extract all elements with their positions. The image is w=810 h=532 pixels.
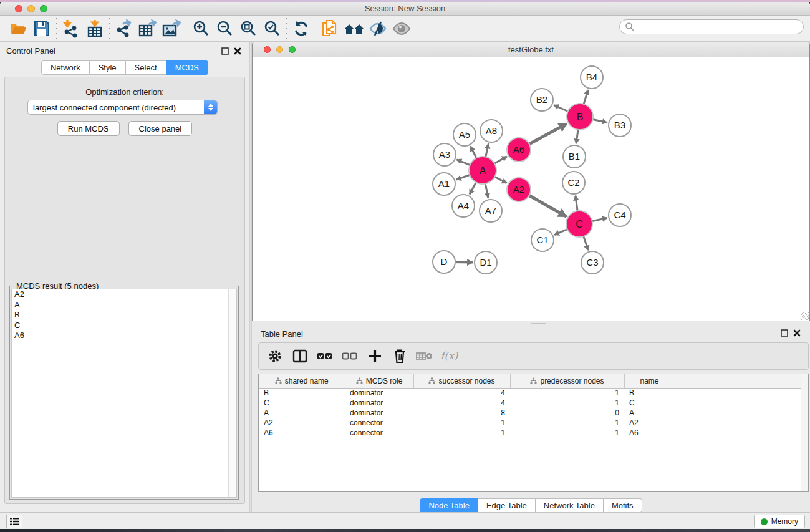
node-label-C4: C4 (614, 210, 625, 220)
search-input[interactable] (619, 19, 804, 34)
table-panel: Table Panel (252, 326, 810, 512)
export-table-icon[interactable] (136, 17, 160, 40)
tab-node-table[interactable]: Node Table (420, 498, 478, 513)
mcds-result-item[interactable]: A (12, 300, 236, 311)
mcds-result-item[interactable]: A6 (12, 331, 236, 341)
home-icon[interactable] (342, 17, 366, 40)
save-icon[interactable] (30, 17, 54, 40)
node-label-A6: A6 (513, 144, 524, 155)
minimize-window-button[interactable] (27, 5, 35, 12)
table-scrollbar[interactable] (801, 374, 808, 491)
criterion-select[interactable]: largest connected component (directed) (27, 100, 218, 115)
import-network-icon[interactable] (59, 17, 83, 40)
node-table[interactable]: shared nameMCDS rolesuccessor nodesprede… (258, 374, 809, 492)
close-window-button[interactable] (15, 5, 22, 12)
toggle-graphics-details-icon[interactable] (366, 17, 390, 40)
network-canvas[interactable]: AA1A3A5A8A4A7A6A2BB2B4B3B1CC2C4C1C3DD1 (253, 57, 809, 321)
birds-eye-view-icon[interactable] (390, 17, 413, 40)
network-graph[interactable]: AA1A3A5A8A4A7A6A2BB2B4B3B1CC2C4C1C3DD1 (253, 57, 809, 321)
float-panel-icon[interactable] (221, 47, 229, 56)
function-builder-icon[interactable]: f(x) (438, 345, 461, 367)
deselect-all-icon[interactable] (339, 345, 361, 367)
table-row[interactable]: Bdominator41B (259, 388, 808, 398)
tab-network[interactable]: Network (41, 60, 90, 75)
search-icon (625, 22, 635, 32)
float-table-panel-icon[interactable] (780, 329, 789, 337)
close-panel-button[interactable]: Close panel (128, 121, 193, 136)
main-toolbar (0, 16, 810, 42)
table-row[interactable]: Cdominator41C (259, 398, 808, 408)
toolbar-separator (316, 18, 316, 39)
mcds-result-item[interactable]: C (12, 321, 236, 331)
node-label-A7: A7 (485, 205, 496, 216)
network-snapshot-icon[interactable] (319, 17, 342, 40)
window-title: Session: New Session (0, 2, 810, 15)
control-panel-header: Control Panel (0, 42, 249, 59)
column-header-shared-name[interactable]: shared name (259, 374, 345, 388)
zoom-out-icon[interactable] (213, 17, 236, 40)
zoom-in-icon[interactable] (189, 17, 213, 40)
zoom-selected-icon[interactable] (260, 17, 284, 40)
network-close-button[interactable] (264, 46, 271, 53)
list-scrollbar[interactable] (228, 289, 236, 497)
panel-splitter-horizontal[interactable] (252, 321, 810, 326)
table-toolbar: f(x) (258, 342, 809, 370)
table-row[interactable]: Adominator80A (259, 408, 808, 418)
zoom-fit-icon[interactable] (236, 17, 260, 40)
tab-style[interactable]: Style (90, 60, 126, 75)
import-table-icon[interactable] (83, 17, 107, 40)
tab-edge-table[interactable]: Edge Table (478, 498, 536, 513)
tab-motifs[interactable]: Motifs (604, 498, 642, 513)
network-minimize-button[interactable] (276, 46, 283, 53)
select-all-icon[interactable] (314, 345, 336, 367)
split-columns-icon[interactable] (289, 345, 311, 367)
table-row[interactable]: A2connector11A2 (259, 418, 808, 428)
cytoscape-window: Session: New Session (0, 2, 810, 528)
refresh-icon[interactable] (289, 17, 313, 40)
run-mcds-button[interactable]: Run MCDS (57, 121, 120, 136)
zoom-window-button[interactable] (40, 5, 47, 12)
mcds-result-item[interactable]: A2 (12, 289, 236, 300)
column-header-successor-nodes[interactable]: successor nodes (413, 374, 510, 388)
node-label-D: D (441, 256, 448, 267)
table-row[interactable]: A6connector11A6 (259, 428, 808, 438)
right-area: testGlobe.txt AA1A3A5A8A4A7A6A2BB2B4B3B1… (252, 42, 810, 512)
node-label-D1: D1 (480, 257, 491, 268)
node-label-A4: A4 (458, 200, 469, 211)
delete-table-icon[interactable] (413, 345, 436, 367)
open-folder-icon[interactable] (6, 17, 30, 40)
column-header-MCDS-role[interactable]: MCDS role (345, 374, 413, 388)
toolbar-separator (109, 18, 110, 39)
node-label-B4: B4 (586, 72, 597, 82)
status-bar: Memory (0, 512, 810, 529)
control-panel: Control Panel Network Style Select MCDS … (0, 42, 249, 512)
memory-status-icon (761, 518, 768, 525)
mcds-result-list[interactable]: A2ABCA6 (11, 289, 237, 498)
table-panel-header: Table Panel (252, 326, 810, 341)
toolbar-separator (56, 18, 57, 39)
toolbar-separator (186, 18, 186, 39)
delete-column-icon[interactable] (388, 345, 411, 367)
tab-select[interactable]: Select (126, 60, 166, 75)
add-column-icon[interactable] (364, 345, 386, 367)
screen: Session: New Session (0, 0, 810, 532)
control-panel-title: Control Panel (6, 46, 55, 56)
node-label-B: B (577, 112, 584, 122)
memory-button[interactable]: Memory (754, 515, 805, 528)
tab-network-table[interactable]: Network Table (536, 498, 604, 513)
column-header-predecessor-nodes[interactable]: predecessor nodes (510, 374, 624, 388)
network-zoom-button[interactable] (289, 46, 296, 53)
table-tabs: Node TableEdge TableNetwork TableMotifs (252, 498, 810, 513)
close-panel-icon[interactable] (233, 47, 242, 56)
node-label-C3: C3 (586, 257, 598, 268)
gear-icon[interactable] (264, 345, 286, 367)
tab-mcds[interactable]: MCDS (166, 60, 208, 75)
task-history-button[interactable] (6, 515, 22, 528)
close-table-panel-icon[interactable] (793, 329, 801, 337)
export-network-icon[interactable] (112, 17, 136, 40)
export-image-icon[interactable] (160, 17, 183, 40)
column-header-name[interactable]: name (624, 374, 675, 388)
mcds-result-item[interactable]: B (12, 310, 236, 321)
node-label-B3: B3 (614, 120, 625, 130)
window-resize-grip[interactable] (801, 312, 809, 320)
